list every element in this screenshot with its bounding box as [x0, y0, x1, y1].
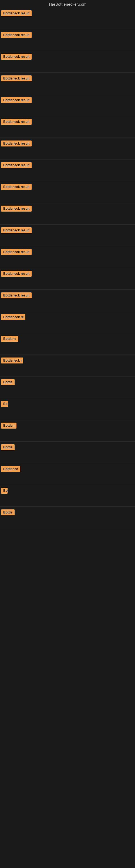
list-item: Bottlenec [0, 463, 135, 485]
list-item: Bottleneck result [0, 225, 135, 246]
bottleneck-badge[interactable]: Bottle [1, 379, 14, 385]
list-item: Bottleneck result [0, 116, 135, 138]
list-item: Bottleneck result [0, 8, 135, 29]
list-item: Bottleneck result [0, 94, 135, 116]
list-item: Bottlene [0, 333, 135, 355]
bottleneck-badge[interactable]: Bottleneck result [1, 271, 32, 277]
list-item: Bottlen [0, 420, 135, 442]
list-item: Bottleneck r [0, 355, 135, 376]
bottleneck-badge[interactable]: Bottlene [1, 336, 18, 342]
bottleneck-badge[interactable]: Bo [1, 401, 8, 407]
list-item: Bottleneck result [0, 246, 135, 268]
bottleneck-badge[interactable]: Bottleneck result [1, 10, 32, 16]
bottleneck-badge[interactable]: Bottlenec [1, 466, 20, 472]
bottleneck-badge[interactable]: Bottleneck result [1, 97, 32, 103]
bottleneck-badge[interactable]: Bottleneck r [1, 358, 23, 364]
bottleneck-badge[interactable]: Bottleneck result [1, 249, 32, 255]
bottleneck-badge[interactable]: Bottleneck result [1, 292, 32, 299]
list-item: Bottle [0, 442, 135, 463]
bottleneck-badge[interactable]: Bottleneck result [1, 54, 32, 60]
bottleneck-badge[interactable]: Bottleneck result [1, 75, 32, 82]
list-item: Bottle [0, 507, 135, 528]
site-title: TheBottlenecker.com [0, 0, 135, 8]
bottleneck-badge[interactable]: Bottleneck re [1, 314, 26, 320]
list-item: Bottleneck result [0, 203, 135, 225]
bottleneck-badge[interactable]: Bottle [1, 509, 14, 516]
list-item: Bottleneck result [0, 268, 135, 290]
bottleneck-badge[interactable]: Bottleneck result [1, 119, 32, 125]
bottleneck-badge[interactable]: Bottleneck result [1, 184, 32, 190]
bottleneck-badge[interactable]: Bottleneck result [1, 32, 32, 38]
list-item: Bo [0, 485, 135, 507]
list-item: Bottleneck re [0, 311, 135, 333]
list-item: Bottle [0, 376, 135, 398]
bottleneck-badge[interactable]: Bo [1, 488, 8, 494]
list-item: Bottleneck result [0, 29, 135, 51]
list-item: Bottleneck result [0, 290, 135, 311]
list-item: Bo [0, 398, 135, 420]
bottleneck-badge[interactable]: Bottleneck result [1, 162, 32, 168]
list-item: Bottleneck result [0, 51, 135, 73]
list-item: Bottleneck result [0, 159, 135, 181]
bottleneck-badge[interactable]: Bottleneck result [1, 141, 32, 147]
list-item: Bottleneck result [0, 73, 135, 94]
bottleneck-badge[interactable]: Bottle [1, 444, 14, 450]
list-item: Bottleneck result [0, 181, 135, 203]
bottleneck-badge[interactable]: Bottlen [1, 423, 16, 429]
bottleneck-badge[interactable]: Bottleneck result [1, 227, 32, 233]
bottleneck-badge[interactable]: Bottleneck result [1, 206, 32, 212]
list-item: Bottleneck result [0, 138, 135, 159]
